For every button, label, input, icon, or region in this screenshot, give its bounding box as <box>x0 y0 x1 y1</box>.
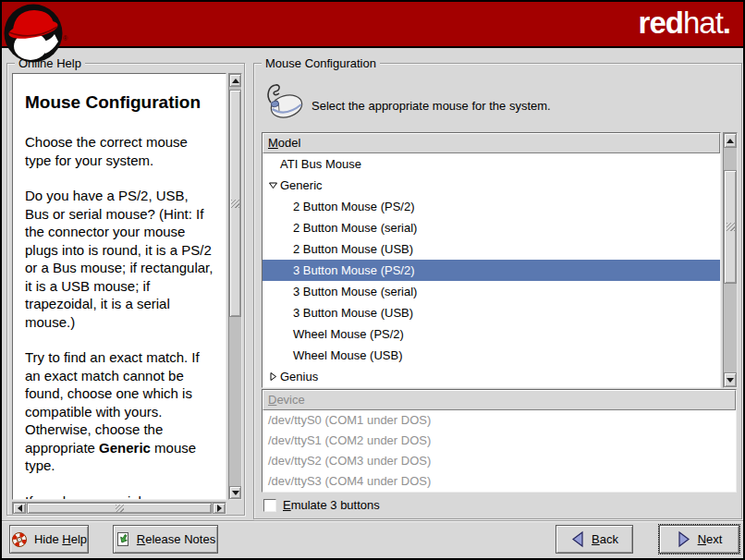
back-button[interactable]: Back <box>556 525 633 554</box>
device-row: /dev/ttyS1 (COM2 under DOS) <box>263 431 736 451</box>
model-row[interactable]: 3 Button Mouse (serial) <box>263 281 720 302</box>
model-row-generic[interactable]: Generic <box>263 175 720 196</box>
redhat-wordmark: redhat. <box>639 6 730 41</box>
hide-help-button[interactable]: Hide Help <box>9 525 89 554</box>
help-title: Mouse Configuration <box>25 92 214 113</box>
redhat-shadowman-icon <box>3 3 64 64</box>
device-row: /dev/ttyS0 (COM1 under DOS) <box>263 410 736 431</box>
registered-mark: ® <box>63 35 67 42</box>
scroll-thumb[interactable] <box>724 170 737 284</box>
model-row-label: Genius <box>280 370 318 383</box>
grip-icon <box>231 200 239 208</box>
emulate-3-buttons-label: Emulate 3 buttons <box>283 498 380 512</box>
model-row[interactable]: 2 Button Mouse (serial) <box>263 217 720 238</box>
release-notes-button[interactable]: Release Notes <box>113 525 218 554</box>
release-notes-label: Release Notes <box>137 532 215 546</box>
help-paragraph-1: Choose the correct mouse type for your s… <box>25 133 214 169</box>
model-row-label: Generic <box>280 178 323 192</box>
wordmark-dot: . <box>723 6 730 40</box>
help-paragraph-3: Try to find an exact match. If an exact … <box>25 348 214 475</box>
model-row-label: Wheel Mouse (USB) <box>293 348 402 362</box>
scroll-down-button[interactable] <box>229 486 241 499</box>
help-vertical-scrollbar[interactable] <box>228 73 242 500</box>
model-row-label: 3 Button Mouse (PS/2) <box>293 263 415 277</box>
next-arrow-icon <box>677 530 691 548</box>
online-help-frame: Online Help Mouse Configuration Choose t… <box>6 63 245 516</box>
arrow-down-icon <box>727 378 734 383</box>
redhat-banner: redhat. <box>2 2 743 48</box>
back-label: Back <box>592 532 618 546</box>
model-row[interactable]: 3 Button Mouse (USB) <box>263 302 720 323</box>
device-header-label: D <box>268 393 276 407</box>
help-paragraph-2: Do you have a PS/2, USB, Bus or serial m… <box>25 187 214 331</box>
model-header-label-rest: odel <box>278 136 301 150</box>
model-list: Model ATI Bus Mouse Generic 2 Button Mou… <box>262 132 721 388</box>
device-header-label-rest: evice <box>276 393 304 407</box>
hide-help-label: Hide Help <box>34 532 87 546</box>
expander-open-icon[interactable] <box>266 180 280 190</box>
model-row[interactable]: 2 Button Mouse (PS/2) <box>263 196 720 217</box>
next-label: Next <box>698 532 723 546</box>
model-row-genius[interactable]: Genius <box>263 366 720 387</box>
scroll-down-button[interactable] <box>724 372 737 387</box>
model-column-header[interactable]: Model <box>263 133 720 153</box>
expander-closed-icon[interactable] <box>266 371 280 382</box>
instruction-text: Select the appropriate mouse for the sys… <box>311 99 551 113</box>
model-row-label: 3 Button Mouse (serial) <box>293 285 417 298</box>
model-row[interactable]: Wheel Mouse (PS/2) <box>263 323 720 345</box>
help-paragraph-4: If you have a serial mouse, pick <box>25 493 214 501</box>
next-button-focus-ring: Next <box>658 524 740 554</box>
model-row-label: ATI Bus Mouse <box>280 157 361 171</box>
model-row-label: 2 Button Mouse (serial) <box>293 221 417 235</box>
arrow-up-icon <box>232 79 239 83</box>
help-text-panel: Mouse Configuration Choose the correct m… <box>12 73 226 500</box>
back-arrow-icon <box>570 530 585 548</box>
grip-icon <box>727 223 735 231</box>
model-row[interactable]: ATI Bus Mouse <box>263 153 720 175</box>
model-row-selected[interactable]: 3 Button Mouse (PS/2) <box>263 260 720 281</box>
mouse-icon <box>263 82 306 121</box>
help-generic-bold: Generic <box>99 440 151 456</box>
model-row-label: 3 Button Mouse (USB) <box>293 306 413 320</box>
arrow-right-icon <box>217 505 222 512</box>
grip-icon <box>116 505 124 513</box>
scroll-thumb[interactable] <box>27 503 212 514</box>
model-row[interactable]: 2 Button Mouse (USB) <box>263 238 720 260</box>
scroll-thumb[interactable] <box>229 90 241 317</box>
mouse-configuration-frame: Mouse Configuration Select the appropria… <box>253 63 742 519</box>
emulate-3-buttons-option[interactable]: Emulate 3 buttons <box>263 498 380 512</box>
arrow-up-icon <box>727 139 734 143</box>
model-row-label: 2 Button Mouse (PS/2) <box>293 200 415 213</box>
scroll-up-button[interactable] <box>724 133 737 148</box>
help-horizontal-scrollbar[interactable] <box>12 502 226 515</box>
release-notes-icon <box>116 531 130 548</box>
wordmark-red: red <box>639 6 683 40</box>
installer-window: redhat. ® Online Help Mouse Configuratio… <box>0 0 745 560</box>
model-vertical-scrollbar[interactable] <box>723 132 738 388</box>
mouse-configuration-frame-label: Mouse Configuration <box>262 56 380 70</box>
next-button[interactable]: Next <box>659 525 739 554</box>
arrow-down-icon <box>232 491 239 495</box>
scroll-left-button[interactable] <box>13 503 26 514</box>
model-row-label: Wheel Mouse (PS/2) <box>293 327 404 341</box>
device-row: /dev/ttyS2 (COM3 under DOS) <box>263 451 736 471</box>
scroll-right-button[interactable] <box>213 503 226 514</box>
device-list: Device /dev/ttyS0 (COM1 under DOS) /dev/… <box>262 389 737 493</box>
model-row-label: 2 Button Mouse (USB) <box>293 242 413 256</box>
wordmark-hat: hat <box>683 6 723 40</box>
model-row[interactable]: Wheel Mouse (USB) <box>263 345 720 366</box>
device-row: /dev/ttyS3 (COM4 under DOS) <box>263 471 736 492</box>
footer-separator <box>2 520 743 522</box>
arrow-left-icon <box>18 505 22 512</box>
life-ring-icon <box>11 531 28 548</box>
scroll-up-button[interactable] <box>229 74 241 87</box>
model-header-label: M <box>268 136 278 150</box>
device-column-header: Device <box>263 390 736 410</box>
emulate-3-buttons-checkbox[interactable] <box>263 499 276 512</box>
